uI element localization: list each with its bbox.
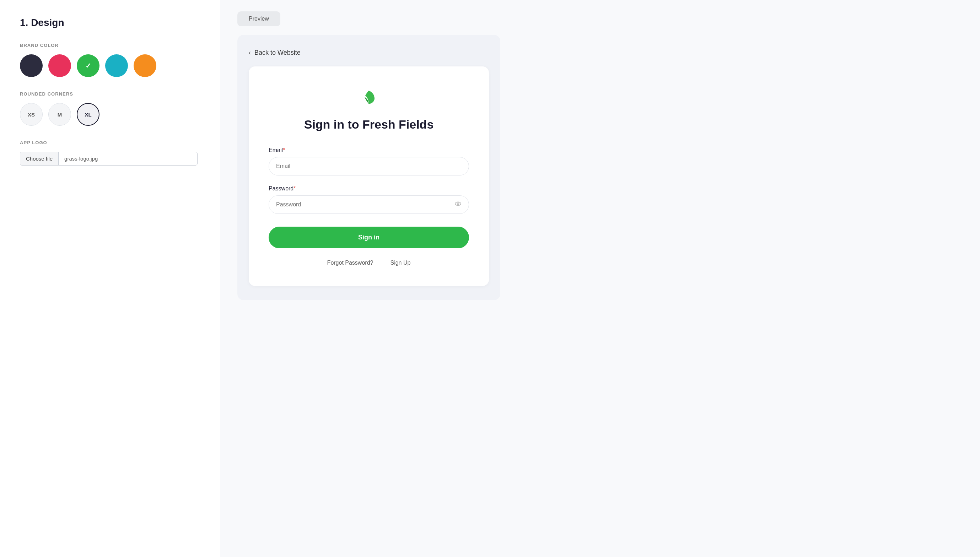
color-swatch-green[interactable]: ✓ [77, 54, 99, 77]
color-swatch-orange[interactable] [134, 54, 157, 77]
toggle-password-icon[interactable] [454, 200, 462, 210]
file-input-wrapper: Choose file grass-logo.jpg [20, 151, 197, 166]
right-panel: Preview ‹ Back to Website Sign in to Fre… [220, 0, 980, 557]
signin-title: Sign in to Fresh Fields [269, 117, 469, 132]
svg-point-1 [457, 203, 459, 205]
signup-link[interactable]: Sign Up [390, 260, 410, 266]
password-wrapper [269, 195, 469, 214]
color-swatch-row: ✓ [20, 54, 201, 77]
rounded-corners-row: XS M XL [20, 103, 201, 126]
preview-frame: ‹ Back to Website Sign in to Fresh Field… [237, 35, 500, 300]
email-required-star: * [283, 147, 285, 153]
signin-button[interactable]: Sign in [269, 226, 469, 248]
form-links: Forgot Password? Sign Up [269, 260, 469, 266]
email-input[interactable] [269, 157, 469, 176]
logo-area [269, 88, 469, 107]
corner-m[interactable]: M [48, 103, 71, 126]
selected-check-icon: ✓ [85, 62, 91, 70]
preview-tab[interactable]: Preview [237, 11, 280, 26]
corner-xs[interactable]: XS [20, 103, 42, 126]
file-name-display: grass-logo.jpg [59, 152, 103, 165]
color-swatch-pink[interactable] [48, 54, 71, 77]
section-title: 1. Design [20, 17, 201, 28]
rounded-corners-label: ROUNDED CORNERS [20, 91, 201, 97]
forgot-password-link[interactable]: Forgot Password? [327, 260, 373, 266]
login-card: Sign in to Fresh Fields Email* Password* [249, 67, 489, 286]
color-swatch-dark[interactable] [20, 54, 42, 77]
svg-point-0 [455, 202, 461, 206]
password-form-group: Password* [269, 186, 469, 214]
color-swatch-teal[interactable] [105, 54, 128, 77]
email-label: Email* [269, 147, 469, 153]
brand-color-label: BRAND COLOR [20, 42, 201, 48]
password-label: Password* [269, 186, 469, 192]
app-logo-section: APP LOGO Choose file grass-logo.jpg [20, 140, 201, 166]
app-logo-label: APP LOGO [20, 140, 201, 145]
password-input[interactable] [269, 195, 469, 214]
password-required-star: * [294, 186, 296, 191]
back-to-website-link[interactable]: ‹ Back to Website [249, 49, 489, 57]
email-form-group: Email* [269, 147, 469, 176]
corner-xl[interactable]: XL [77, 103, 99, 126]
back-to-website-label: Back to Website [254, 49, 301, 57]
back-chevron-icon: ‹ [249, 49, 251, 57]
choose-file-button[interactable]: Choose file [20, 152, 59, 165]
left-panel: 1. Design BRAND COLOR ✓ ROUNDED CORNERS … [0, 0, 220, 557]
app-logo-image [359, 88, 379, 107]
